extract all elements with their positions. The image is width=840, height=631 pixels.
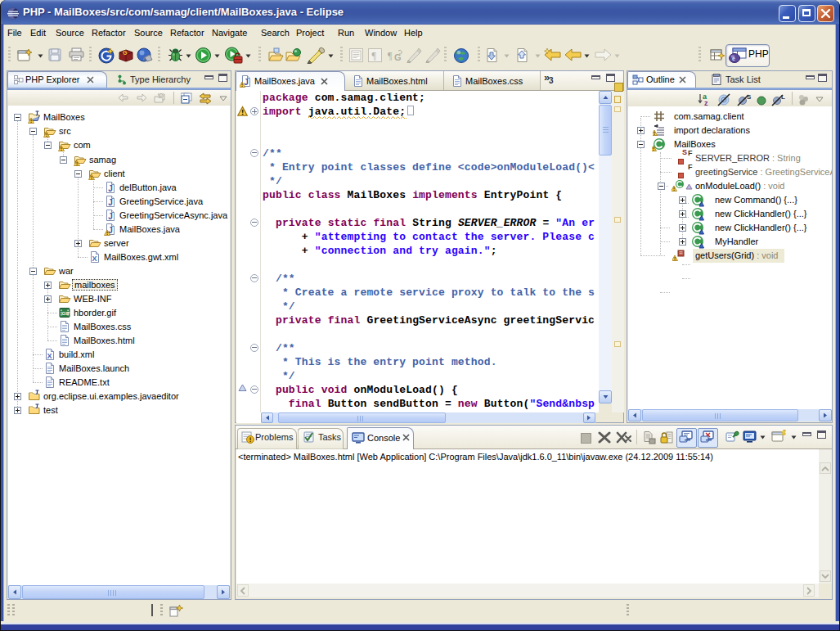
svg-text:¶: ¶ (388, 50, 393, 61)
svg-text:e: e (732, 56, 735, 61)
svg-text:G: G (123, 50, 128, 56)
svg-text:¶: ¶ (372, 50, 377, 61)
svg-text:L: L (781, 93, 785, 101)
svg-text:z: z (704, 99, 708, 106)
svg-text:S: S (747, 93, 752, 101)
